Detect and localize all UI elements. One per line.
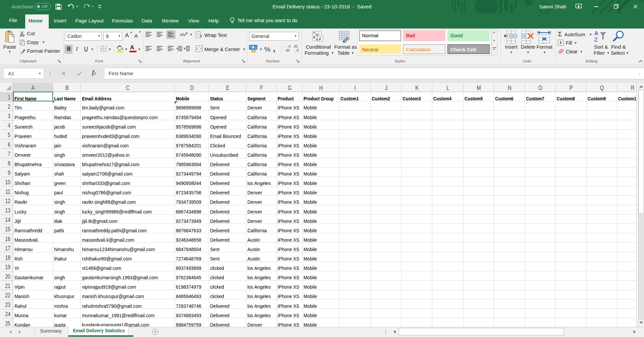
svg-text:≠: ≠ [319, 36, 321, 42]
svg-text:ab: ab [180, 32, 185, 37]
svg-text:Z: Z [594, 37, 598, 42]
svg-text:A: A [594, 30, 598, 37]
